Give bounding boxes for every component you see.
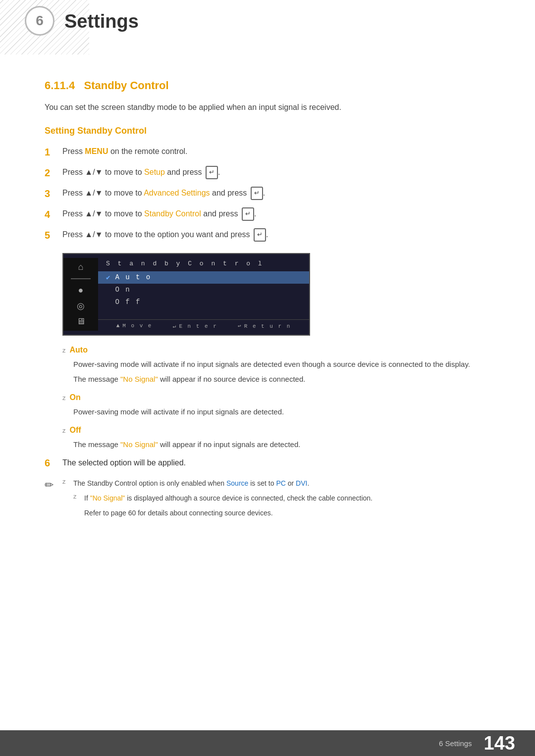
option-on-bullet: z <box>62 394 66 402</box>
dvi-link: DVI <box>296 479 307 487</box>
sub-section-heading: Setting Standby Control <box>45 126 490 136</box>
tv-menu-label-auto: A u t o <box>115 273 151 281</box>
note-text-1: The Standby Control option is only enabl… <box>73 478 309 489</box>
step-num-2: 2 <box>45 165 62 181</box>
step-text-6: The selected option will be applied. <box>62 458 490 467</box>
option-auto-desc2: The message "No Signal" will appear if n… <box>73 373 490 385</box>
check-icon: ✔ <box>106 273 111 282</box>
tv-menu-label-off: O f f <box>115 298 141 306</box>
step-4: 4 Press ▲/▼ to move to Standby Control a… <box>45 207 490 222</box>
pc-link: PC <box>276 479 285 487</box>
note-text-2: If "No Signal" is displayed although a s… <box>84 493 373 504</box>
section-title: Standby Control <box>84 79 169 92</box>
step-1: 1 Press MENU on the remote control. <box>45 145 490 160</box>
option-on-block: z On Power-saving mode will activate if … <box>62 393 490 418</box>
section-description: You can set the screen standby mode to b… <box>45 101 490 114</box>
advanced-settings-highlight: Advanced Settings <box>144 189 210 197</box>
option-auto-label: Auto <box>70 346 88 354</box>
steps-list: 1 Press MENU on the remote control. 2 Pr… <box>45 145 490 243</box>
footer-label: 6 Settings <box>439 739 472 748</box>
step-text-3: Press ▲/▼ to move to Advanced Settings a… <box>62 187 490 200</box>
option-auto-bullet: z <box>62 347 66 354</box>
tv-menu-item-on: ✔ O n <box>98 284 309 296</box>
page-header: 6 Settings <box>0 0 535 54</box>
option-off-block: z Off The message "No Signal" will appea… <box>62 426 490 451</box>
step-text-2: Press ▲/▼ to move to Setup and press ↵. <box>62 166 490 179</box>
note-item-1: z The Standby Control option is only ena… <box>62 478 490 489</box>
setup-highlight: Setup <box>144 168 165 176</box>
note-item-2-block: z If "No Signal" is displayed although a… <box>73 493 490 519</box>
chapter-icon-label: 6 <box>36 13 44 29</box>
tv-bottom-enter: ↵E n t e r <box>173 323 217 329</box>
option-off-label: Off <box>70 426 81 435</box>
tv-menu-content: S t a n d b y C o n t r o l ✔ A u t o ✔ … <box>98 258 309 331</box>
page-footer: 6 Settings 143 <box>0 730 535 756</box>
menu-highlight: MENU <box>85 147 108 155</box>
step-text-1: Press MENU on the remote control. <box>62 145 490 158</box>
tv-menu-item-auto: ✔ A u t o <box>98 271 309 284</box>
tv-bottom-bar: ▲M o v e ↵E n t e r ↩R e t u r n <box>98 319 309 330</box>
tv-menu-screenshot: ⌂ ● ◎ 🖥 S t a n d b y C o n t r o l ✔ A … <box>62 253 310 336</box>
no-signal-text-1: "No Signal" <box>120 375 158 383</box>
main-content: 6.11.4 Standby Control You can set the s… <box>0 54 535 549</box>
tv-menu-label-on: O n <box>115 286 130 294</box>
tv-icon-dot: ● <box>78 285 84 296</box>
option-on-desc: Power-saving mode will activate if no in… <box>73 406 490 418</box>
section-heading: 6.11.4 Standby Control <box>45 79 490 92</box>
note-bullet-1: z <box>62 478 73 485</box>
source-link: Source <box>226 479 248 487</box>
enter-icon-3: ↵ <box>251 187 263 200</box>
footer-page-number: 143 <box>484 733 515 754</box>
tv-menu-item-off: ✔ O f f <box>98 296 309 308</box>
tv-icon-display: 🖥 <box>76 316 85 327</box>
note-bullet-2: z <box>73 493 84 500</box>
option-on-label: On <box>70 393 81 402</box>
step-6: 6 The selected option will be applied. <box>45 458 490 469</box>
no-signal-text-2: "No Signal" <box>120 440 158 449</box>
note-text-2-extra: Refer to page 60 for details about conne… <box>84 507 490 518</box>
step-5: 5 Press ▲/▼ to move to the option you wa… <box>45 228 490 243</box>
note-item-2: z If "No Signal" is displayed although a… <box>73 493 490 504</box>
step-num-6: 6 <box>45 457 62 469</box>
section-number: 6.11.4 <box>45 79 75 92</box>
enter-icon-5: ↵ <box>254 228 266 242</box>
chapter-icon: 6 <box>25 6 54 36</box>
option-auto-block: z Auto Power-saving mode will activate i… <box>62 346 490 385</box>
enter-icon-4: ↵ <box>242 207 254 221</box>
notes-content: z The Standby Control option is only ena… <box>62 478 490 519</box>
step-num-1: 1 <box>45 144 62 160</box>
step-num-4: 4 <box>45 206 62 222</box>
step-num-3: 3 <box>45 186 62 202</box>
enter-icon-2: ↵ <box>206 166 218 179</box>
step-3: 3 Press ▲/▼ to move to Advanced Settings… <box>45 187 490 202</box>
note-pencil-icon: ✏ <box>45 479 62 519</box>
tv-icon-circle: ◎ <box>77 301 85 311</box>
option-off-bullet: z <box>62 427 66 434</box>
tv-menu-title: S t a n d b y C o n t r o l <box>98 258 309 271</box>
step-text-5: Press ▲/▼ to move to the option you want… <box>62 228 490 242</box>
step-num-5: 5 <box>45 227 62 243</box>
tv-bottom-return: ↩R e t u r n <box>238 323 291 329</box>
option-off-desc: The message "No Signal" will appear if n… <box>73 439 490 451</box>
step-text-4: Press ▲/▼ to move to Standby Control and… <box>62 207 490 221</box>
notes-section: ✏ z The Standby Control option is only e… <box>45 478 490 519</box>
step-2: 2 Press ▲/▼ to move to Setup and press ↵… <box>45 166 490 181</box>
no-signal-note: "No Signal" <box>90 494 125 502</box>
tv-sidebar: ⌂ ● ◎ 🖥 <box>63 258 98 331</box>
page-title: Settings <box>64 11 139 32</box>
tv-icon-home: ⌂ <box>78 262 84 272</box>
standby-control-highlight: Standby Control <box>144 209 201 218</box>
tv-bottom-move: ▲M o v e <box>116 323 153 329</box>
option-auto-desc1: Power-saving mode will activate if no in… <box>73 358 490 370</box>
